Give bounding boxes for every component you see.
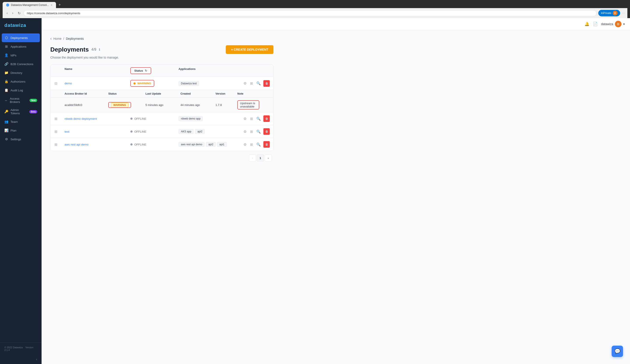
- dropdown-icon[interactable]: ▾: [623, 22, 625, 26]
- delete-button[interactable]: 🗑: [264, 141, 270, 148]
- idps-icon: 👤: [4, 53, 8, 57]
- breadcrumb-current: Deployments: [66, 37, 84, 40]
- expand-cell[interactable]: ⊟: [50, 78, 61, 88]
- pagination: ‹ 1 ›: [50, 151, 274, 165]
- sub-th-note: Note: [237, 92, 259, 95]
- grid-action-icon[interactable]: ⊞: [249, 80, 254, 86]
- deployment-apps-cell: Datawiza test: [175, 78, 241, 89]
- browser-more-icon[interactable]: ···: [622, 11, 625, 15]
- deployment-name-cell: rdweb demo deployment: [61, 114, 127, 123]
- status-dot-offline: [130, 143, 132, 146]
- page-header: Deployments 4/9 ℹ + CREATE DEPLOYMENT: [50, 45, 274, 54]
- expand-cell[interactable]: ⊞: [50, 114, 61, 124]
- status-header-highlighted: Status ↻: [130, 67, 151, 74]
- deployment-name-link[interactable]: demo: [64, 82, 72, 85]
- delete-button[interactable]: 🗑: [264, 80, 270, 87]
- page-title-text: Deployments: [50, 46, 89, 53]
- admin-tokens-icon: 🔑: [4, 110, 8, 114]
- settings-action-icon[interactable]: ⚙: [242, 142, 248, 148]
- content-area: ‹ Home / Deployments Deployments 4/9 ℹ +…: [42, 30, 282, 171]
- grid-action-icon[interactable]: ⊞: [249, 142, 254, 148]
- forward-button[interactable]: ›: [11, 10, 14, 16]
- refresh-button[interactable]: ↻: [16, 10, 22, 16]
- b2b-icon: 🔗: [4, 62, 8, 66]
- th-status-label: Status: [134, 69, 143, 72]
- breadcrumb-back-arrow[interactable]: ‹: [50, 36, 52, 41]
- active-tab[interactable]: Datawiza Management Consol... ×: [2, 2, 56, 8]
- sub-th-status: Status: [108, 92, 146, 95]
- new-tab-button[interactable]: +: [57, 2, 63, 8]
- sub-status-highlighted: WARNING: [108, 102, 131, 108]
- info-icon[interactable]: ℹ: [99, 48, 100, 51]
- status-dot-offline: [130, 118, 132, 120]
- sidebar-item-settings[interactable]: ⚙ Settings: [0, 135, 42, 144]
- breadcrumb-home[interactable]: Home: [54, 37, 62, 40]
- sidebar-item-applications[interactable]: ⊞ Applications: [0, 42, 42, 51]
- sub-last-update: 5 minutes ago: [146, 103, 180, 107]
- user-info: datawiza D ▾: [601, 21, 625, 27]
- browser-actions: InPrivate D ···: [598, 10, 625, 16]
- sidebar-item-label: Settings: [10, 138, 21, 141]
- prev-page-button[interactable]: ‹: [249, 155, 256, 162]
- inprivate-button[interactable]: InPrivate D: [598, 10, 620, 16]
- settings-action-icon[interactable]: ⚙: [242, 80, 248, 86]
- page-1-button[interactable]: 1: [257, 155, 264, 162]
- create-deployment-button[interactable]: + CREATE DEPLOYMENT: [226, 45, 274, 54]
- status-text: OFFLINE: [134, 117, 146, 120]
- access-brokers-badge: New: [30, 99, 37, 102]
- table-row: ⊞ rdweb demo deployment OFFLINE: [50, 112, 273, 125]
- tab-close-btn[interactable]: ×: [50, 3, 52, 7]
- sidebar-item-admin-tokens[interactable]: 🔑 Admin Tokens Beta: [0, 106, 42, 117]
- table-row: ⊞ test OFFLINE: [50, 125, 273, 138]
- deployment-name-link[interactable]: test: [64, 130, 69, 133]
- sidebar-item-label: Deployments: [10, 36, 28, 39]
- expand-icon[interactable]: ⊟: [54, 81, 57, 85]
- status-text: OFFLINE: [134, 130, 146, 133]
- delete-button[interactable]: 🗑: [264, 115, 270, 122]
- search-action-icon[interactable]: 🔍: [256, 142, 262, 148]
- row-actions: ⚙ ⊞ 🔍 🗑: [241, 112, 273, 125]
- access-brokers-icon: ↔: [4, 99, 8, 102]
- deployment-name-link[interactable]: rdweb demo deployment: [64, 117, 97, 120]
- browser-chrome: Datawiza Management Consol... × + ‹ › ↻ …: [0, 0, 630, 18]
- back-button[interactable]: ‹: [5, 10, 9, 16]
- expand-cell[interactable]: ⊞: [50, 139, 61, 150]
- chat-fab-button[interactable]: 💬: [612, 346, 623, 357]
- search-action-icon[interactable]: 🔍: [256, 129, 262, 135]
- th-expand: [50, 65, 61, 77]
- sidebar-item-access-brokers[interactable]: ↔ Access Brokers New: [0, 95, 42, 106]
- sidebar-item-directory[interactable]: 📁 Directory: [0, 68, 42, 77]
- deployment-name-link[interactable]: aws rest api demo: [64, 143, 88, 146]
- delete-button[interactable]: 🗑: [264, 128, 270, 135]
- logo-text: datawiza: [4, 22, 26, 28]
- search-action-icon[interactable]: 🔍: [256, 116, 262, 122]
- apps-list: Datawiza test: [178, 81, 237, 86]
- header-avatar[interactable]: D: [615, 21, 622, 27]
- expand-icon[interactable]: ⊞: [54, 130, 57, 134]
- sidebar-item-b2b[interactable]: 🔗 B2B Connections: [0, 60, 42, 68]
- main-content: ‹ Home / Deployments Deployments 4/9 ℹ +…: [42, 30, 630, 364]
- grid-action-icon[interactable]: ⊞: [249, 129, 254, 135]
- th-status-refresh-icon[interactable]: ↻: [145, 69, 147, 72]
- settings-action-icon[interactable]: ⚙: [242, 129, 248, 135]
- doc-icon[interactable]: 📄: [593, 22, 598, 26]
- sidebar-item-plan[interactable]: 📊 Plan: [0, 126, 42, 135]
- sidebar-item-idps[interactable]: 👤 IdPs: [0, 51, 42, 60]
- grid-action-icon[interactable]: ⊞: [249, 116, 254, 122]
- sidebar-collapse-button[interactable]: ‹: [0, 355, 42, 364]
- bell-icon[interactable]: 🔔: [584, 22, 589, 26]
- sidebar-item-team[interactable]: 👥 Team: [0, 117, 42, 126]
- next-page-button[interactable]: ›: [265, 155, 272, 162]
- apps-list: aws rest api demo api2 api1: [178, 142, 237, 147]
- settings-icon: ⚙: [4, 137, 8, 141]
- sidebar-item-authorizers[interactable]: 🔒 Authorizers: [0, 77, 42, 86]
- expand-icon[interactable]: ⊞: [54, 143, 57, 146]
- sidebar-item-audit-log[interactable]: 📋 Audit Log: [0, 86, 42, 95]
- search-action-icon[interactable]: 🔍: [256, 80, 262, 86]
- expand-cell[interactable]: ⊞: [50, 127, 61, 137]
- expand-icon[interactable]: ⊞: [54, 117, 57, 121]
- settings-action-icon[interactable]: ⚙: [242, 116, 248, 122]
- address-bar[interactable]: [24, 10, 597, 16]
- sidebar-item-deployments[interactable]: ⬡ Deployments: [2, 33, 40, 42]
- user-avatar: D: [613, 11, 618, 15]
